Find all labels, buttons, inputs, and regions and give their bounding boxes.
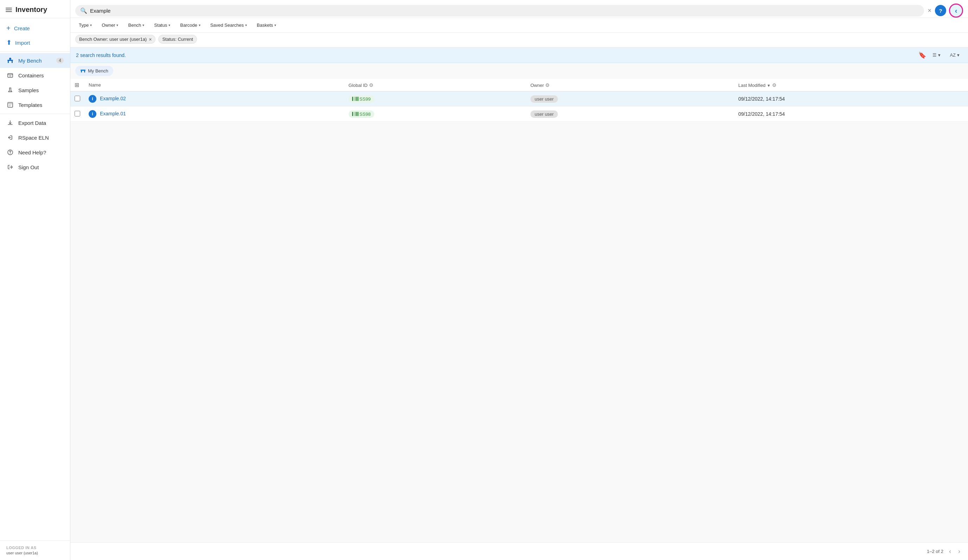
search-input[interactable]	[90, 8, 919, 14]
export-icon	[6, 119, 14, 127]
create-action[interactable]: + Create	[0, 21, 70, 35]
sidebar-item-label: Export Data	[18, 120, 46, 126]
sidebar-item-label: Need Help?	[18, 149, 46, 156]
pagination-prev-button[interactable]: ‹	[948, 546, 953, 557]
sidebar-item-label: RSpace ELN	[18, 135, 49, 141]
create-plus-icon: +	[6, 25, 10, 31]
filter-barcode-button[interactable]: Barcode ▾	[177, 21, 204, 30]
sidebar-footer: LOGGED IN AS user user (user1a)	[0, 540, 70, 560]
row-2-name[interactable]: Example.01	[100, 111, 126, 116]
col-owner-gear-icon[interactable]: ⚙	[545, 82, 550, 88]
row-1-global-id: SS99	[360, 96, 371, 102]
filter-bench-label: Bench	[128, 23, 141, 28]
hamburger-menu-icon[interactable]	[6, 8, 12, 12]
svg-rect-2	[12, 61, 13, 63]
filter-type-label: Type	[79, 23, 89, 28]
filter-status-button[interactable]: Status ▾	[151, 21, 174, 30]
active-filter-bench-owner: Bench Owner: user user (user1a) ×	[75, 35, 156, 44]
filter-tag-label: Bench Owner: user user (user1a)	[79, 36, 147, 42]
chevron-down-icon: ▾	[90, 23, 92, 27]
row-2-checkbox-cell	[70, 106, 85, 122]
pagination-row: 1–2 of 2 ‹ ›	[70, 542, 968, 560]
col-last-modified-gear-icon[interactable]: ⚙	[772, 82, 777, 88]
barcode-lines-icon	[352, 97, 358, 101]
svg-rect-1	[8, 61, 9, 63]
filter-baskets-button[interactable]: Baskets ▾	[253, 21, 280, 30]
row-2-last-modified-cell: 09/12/2022, 14:17:54	[734, 106, 968, 122]
search-bar-row: 🔍 × ? ‹	[70, 0, 968, 18]
sidebar-item-containers[interactable]: Containers	[0, 68, 70, 83]
containers-icon	[6, 71, 14, 79]
import-label: Import	[15, 40, 30, 46]
col-header-global-id: Global ID ⚙	[344, 79, 526, 91]
sidebar-item-label: Sign Out	[18, 164, 39, 170]
filter-owner-button[interactable]: Owner ▾	[98, 21, 122, 30]
row-1-global-id-cell: SS99	[344, 91, 526, 106]
sidebar-item-samples[interactable]: Samples	[0, 83, 70, 98]
row-2-checkbox[interactable]	[75, 111, 80, 116]
results-table: ⊞ Name Global ID ⚙ Owner ⚙ Last Modified	[70, 79, 968, 122]
row-2-owner: user user	[530, 111, 558, 118]
filter-saved-searches-button[interactable]: Saved Searches ▾	[207, 21, 250, 30]
row-2-last-modified: 09/12/2022, 14:17:54	[738, 111, 785, 117]
row-2-global-id: SS98	[360, 111, 371, 117]
view-toggle-button[interactable]: ☰ ▾	[930, 51, 943, 59]
col-owner-label: Owner	[530, 83, 544, 88]
sidebar-item-sign-out[interactable]: Sign Out	[0, 160, 70, 174]
row-1-global-id-badge: SS99	[348, 95, 374, 103]
sidebar-item-label: Samples	[18, 87, 39, 93]
main-content: 🔍 × ? ‹ Type ▾ Owner ▾ Bench ▾ Status ▾ …	[70, 0, 968, 560]
import-up-icon: ⬆	[6, 39, 12, 46]
bench-icon	[6, 56, 14, 65]
row-2-global-id-cell: SS98	[344, 106, 526, 122]
sidebar-item-rspace-eln[interactable]: RSpace ELN	[0, 130, 70, 145]
filter-type-button[interactable]: Type ▾	[75, 21, 95, 30]
row-1-checkbox-cell	[70, 91, 85, 106]
col-header-select: ⊞	[70, 79, 85, 91]
search-back-button[interactable]: ‹	[949, 3, 963, 18]
row-1-checkbox[interactable]	[75, 96, 80, 101]
search-clear-button[interactable]: ×	[927, 7, 932, 15]
row-1-owner-cell: user user	[526, 91, 734, 106]
col-header-owner: Owner ⚙	[526, 79, 734, 91]
row-1-owner: user user	[530, 95, 558, 103]
sidebar-item-templates[interactable]: Templates	[0, 98, 70, 112]
grid-select-icon: ⊞	[75, 82, 79, 88]
table-row: i Example.02 SS99 user user	[70, 91, 968, 106]
import-action[interactable]: ⬆ Import	[0, 35, 70, 50]
col-global-id-gear-icon[interactable]: ⚙	[369, 82, 373, 88]
sort-down-icon[interactable]: ▼	[767, 83, 771, 88]
samples-icon	[6, 86, 14, 94]
sidebar-item-need-help[interactable]: Need Help?	[0, 145, 70, 160]
filter-bench-button[interactable]: Bench ▾	[124, 21, 148, 30]
results-table-wrap: ⊞ Name Global ID ⚙ Owner ⚙ Last Modified	[70, 79, 968, 542]
remove-bench-owner-filter[interactable]: ×	[149, 37, 152, 42]
group-label: My Bench	[75, 66, 113, 76]
sort-toggle-button[interactable]: AZ ▾	[947, 51, 962, 59]
sidebar-item-label: Templates	[18, 102, 42, 108]
bench-group-icon	[80, 68, 86, 74]
chevron-down-icon: ▾	[274, 23, 276, 27]
chevron-down-icon: ▾	[199, 23, 201, 27]
col-last-modified-label: Last Modified	[738, 83, 766, 88]
chevron-down-icon: ▾	[143, 23, 144, 27]
row-1-name[interactable]: Example.02	[100, 96, 126, 101]
svg-rect-5	[9, 75, 11, 77]
active-filter-status: Status: Current	[158, 35, 197, 44]
table-row: i Example.01 SS98 user user	[70, 106, 968, 122]
results-bar: 2 search results found. 🔖 ☰ ▾ AZ ▾	[70, 48, 968, 63]
filter-buttons-row: Type ▾ Owner ▾ Bench ▾ Status ▾ Barcode …	[70, 18, 968, 33]
sidebar-item-my-bench[interactable]: My Bench 4	[0, 53, 70, 68]
row-2-name-cell: i Example.01	[85, 106, 344, 122]
col-header-last-modified: Last Modified ▼ ⚙	[734, 79, 968, 91]
logged-in-user: user user (user1a)	[6, 551, 64, 555]
bookmark-button[interactable]: 🔖	[918, 51, 926, 59]
sidebar-item-export-data[interactable]: Export Data	[0, 115, 70, 130]
search-help-button[interactable]: ?	[935, 5, 946, 16]
sidebar-nav: + Create ⬆ Import My Bench 4	[0, 18, 70, 540]
group-label-row: My Bench	[70, 63, 968, 79]
group-label-text: My Bench	[88, 68, 108, 73]
sidebar-item-label: My Bench	[18, 58, 42, 64]
svg-rect-11	[81, 71, 82, 73]
pagination-next-button[interactable]: ›	[957, 546, 962, 557]
